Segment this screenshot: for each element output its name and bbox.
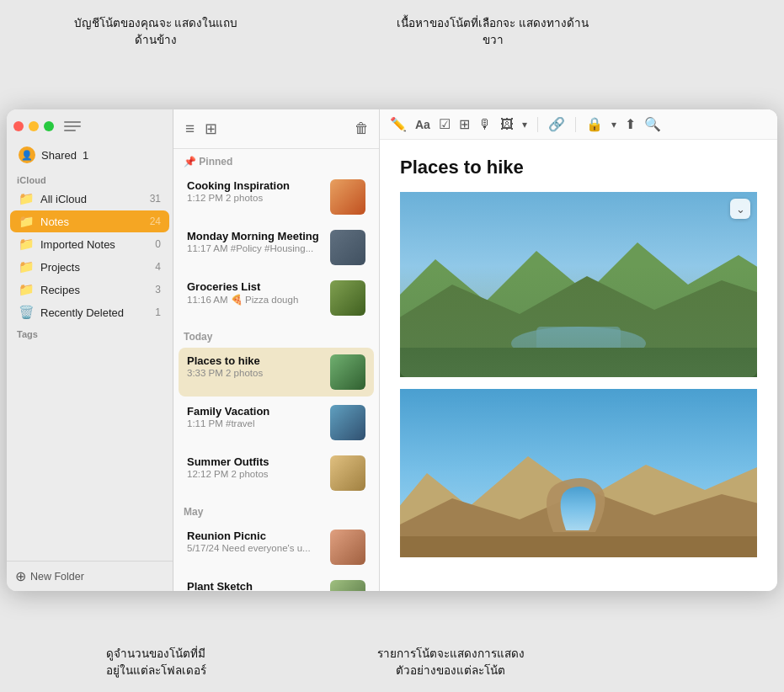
edit-icon[interactable]: ✏️ [390,116,407,132]
note-item-summer[interactable]: Summer Outfits 12:12 PM 2 photos [179,449,374,498]
sidebar-imported-count: 0 [155,238,161,250]
audio-icon[interactable]: 🎙 [478,117,492,132]
recipes-icon: 📁 [19,282,35,297]
svg-rect-9 [400,536,757,557]
delete-note-button[interactable]: 🗑 [355,120,369,137]
new-folder-button[interactable]: ⊕ New Folder [7,561,173,591]
note-title: Reunion Picnic [187,530,323,542]
note-thumbnail [330,179,365,215]
link-icon[interactable]: 🔗 [548,116,565,132]
table-icon[interactable]: ⊞ [459,116,470,132]
tags-section-label: Tags [7,324,173,343]
sidebar-item-notes[interactable]: 📁 Notes 24 [10,210,169,232]
photo-chevron-icon[interactable]: ▾ [522,119,527,130]
minimize-button[interactable] [29,121,39,131]
note-item-text: Groceries List 11:16 AM 🍕 Pizza dough [187,280,323,306]
sidebar: 👤 Shared 1 iCloud 📁 All iCloud 31 📁 Note… [7,109,173,591]
sidebar-item-imported-notes[interactable]: 📁 Imported Notes 0 [10,233,169,255]
sidebar-toggle-button[interactable] [64,120,81,133]
note-thumbnail [330,455,365,491]
svg-rect-5 [400,348,757,377]
sidebar-shared-label: Shared [41,149,77,162]
notes-toolbar: ≡ ⊞ 🗑 [173,109,379,149]
note-thumbnail [330,354,365,390]
lock-chevron-icon[interactable]: ▾ [611,119,616,130]
note-meta: 1:12 PM 2 photos [187,193,323,203]
note-item-cooking[interactable]: Cooking Inspiration 1:12 PM 2 photos [179,173,374,221]
sidebar-all-icloud-count: 31 [150,193,161,205]
sidebar-recipes-label: Recipes [40,284,149,296]
sidebar-projects-label: Projects [40,261,149,274]
note-image-2 [400,389,757,557]
sidebar-imported-notes-label: Imported Notes [40,238,149,251]
note-content-toolbar: ✏️ Aa ☑ ⊞ 🎙 🖼 ▾ 🔗 🔒 ▾ ⬆ 🔍 [380,109,777,140]
sidebar-item-projects[interactable]: 📁 Projects 4 [10,256,169,278]
font-icon[interactable]: Aa [415,118,430,131]
note-title: Places to hike [187,354,323,367]
shared-avatar: 👤 [19,146,35,163]
note-item-hike[interactable]: Places to hike 3:33 PM 2 photos [179,348,374,397]
new-folder-plus-icon: ⊕ [15,568,26,584]
note-item-groceries[interactable]: Groceries List 11:16 AM 🍕 Pizza dough [179,274,374,322]
notes-scroll-area: 📌 Pinned Cooking Inspiration 1:12 PM 2 p… [173,149,379,591]
search-icon[interactable]: 🔍 [644,116,661,132]
all-icloud-icon: 📁 [19,191,35,206]
note-item-plant[interactable]: Plant Sketch 5/10/24 1 photo [179,573,374,591]
new-folder-label: New Folder [30,571,84,583]
lock-icon[interactable]: 🔒 [586,116,603,132]
note-item-text: Family Vacation 1:11 PM #travel [187,405,323,429]
note-item-text: Cooking Inspiration 1:12 PM 2 photos [187,179,323,203]
svg-rect-4 [536,327,621,360]
traffic-lights [13,121,54,131]
note-title: Groceries List [187,280,323,293]
note-meta: 5/17/24 Need everyone's u... [187,543,323,553]
sidebar-item-all-icloud[interactable]: 📁 All iCloud 31 [10,188,169,210]
annotation-top-left: บัญชีโน้ตของคุณจะ แสดงในแถบด้านข้าง [67,15,244,50]
note-meta: 11:17 AM #Policy #Housing... [187,243,323,253]
may-section-header: May [173,499,379,521]
note-meta: 3:33 PM 2 photos [187,368,323,378]
sidebar-all-icloud-label: All iCloud [40,193,144,205]
annotation-top-right: เนื้อหาของโน้ตที่เลือกจะ แสดงทางด้านขวา [396,15,589,50]
pinned-section-header: 📌 Pinned [173,149,379,171]
photo-icon[interactable]: 🖼 [500,117,514,132]
note-thumbnail [330,580,365,591]
note-title: Cooking Inspiration [187,179,323,192]
note-title: Family Vacation [187,405,323,418]
annotation-bottom-right: รายการโน้ตจะแสดงการแสดงตัวอย่างของแต่ละโ… [345,646,556,680]
sidebar-item-recently-deleted[interactable]: 🗑️ Recently Deleted 1 [10,301,169,323]
maximize-button[interactable] [44,121,54,131]
grid-view-button[interactable]: ⊞ [203,118,219,140]
list-view-button[interactable]: ≡ [184,118,196,140]
note-item-text: Plant Sketch 5/10/24 1 photo [187,580,323,591]
sidebar-header [7,109,173,138]
note-item-reunion[interactable]: Reunion Picnic 5/17/24 Need everyone's u… [179,523,374,572]
sidebar-item-shared[interactable]: 👤 Shared 1 [10,142,169,168]
icloud-section-label: iCloud [7,168,173,187]
close-button[interactable] [13,121,24,131]
checklist-icon[interactable]: ☑ [439,116,451,132]
annotation-bottom-left: ดูจำนวนของโน้ตที่มีอยู่ในแต่ละโฟลเดอร์ [67,646,244,680]
sidebar-notes-label: Notes [40,216,144,228]
share-icon[interactable]: ⬆ [625,116,636,132]
sidebar-item-recipes[interactable]: 📁 Recipes 3 [10,279,169,301]
today-section-header: Today [173,324,379,346]
sidebar-items: 👤 Shared 1 iCloud 📁 All iCloud 31 📁 Note… [7,138,173,561]
note-meta: 12:12 PM 2 photos [187,469,323,479]
sidebar-shared-count: 1 [83,149,88,162]
note-thumbnail [330,530,365,565]
note-item-meeting[interactable]: Monday Morning Meeting 11:17 AM #Policy … [179,223,374,272]
note-title: Monday Morning Meeting [187,230,323,242]
note-title: Summer Outfits [187,455,323,468]
trash-icon: 🗑️ [19,305,35,320]
note-title: Plant Sketch [187,580,323,591]
note-thumbnail [330,280,365,316]
image-expand-button[interactable]: ⌄ [730,199,750,219]
note-image-1: ⌄ [400,192,757,377]
note-item-family[interactable]: Family Vacation 1:11 PM #travel [179,398,374,447]
pin-icon: 📌 [184,156,196,168]
note-item-text: Places to hike 3:33 PM 2 photos [187,354,323,378]
note-content-panel: ✏️ Aa ☑ ⊞ 🎙 🖼 ▾ 🔗 🔒 ▾ ⬆ 🔍 Places to hike [380,109,777,591]
sidebar-recently-deleted-count: 1 [155,306,161,318]
svg-point-3 [511,327,646,360]
